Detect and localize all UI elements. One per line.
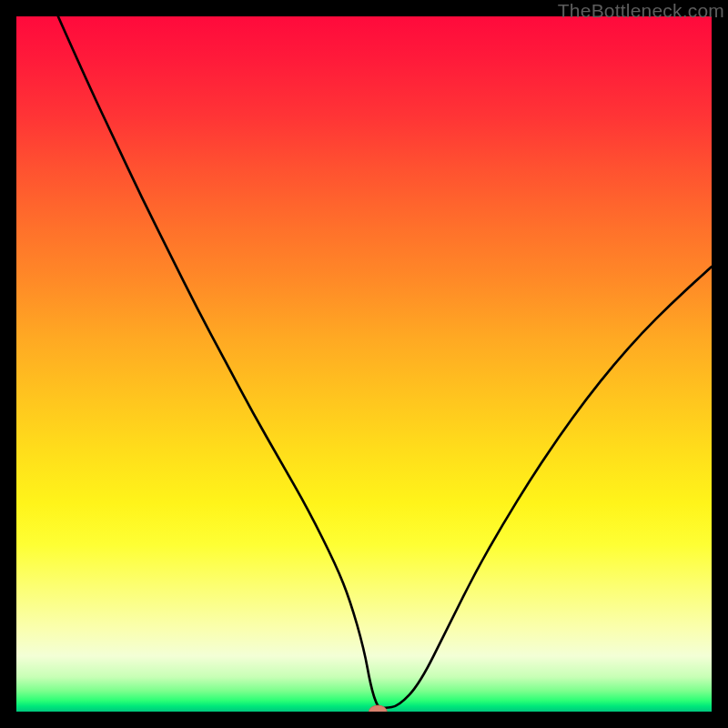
chart-svg: [16, 16, 712, 712]
watermark-text: TheBottleneck.com: [558, 0, 724, 22]
plot-area: [16, 16, 712, 712]
optimum-marker: [369, 705, 387, 712]
bottleneck-curve: [58, 16, 712, 708]
chart-frame: TheBottleneck.com: [0, 0, 728, 728]
